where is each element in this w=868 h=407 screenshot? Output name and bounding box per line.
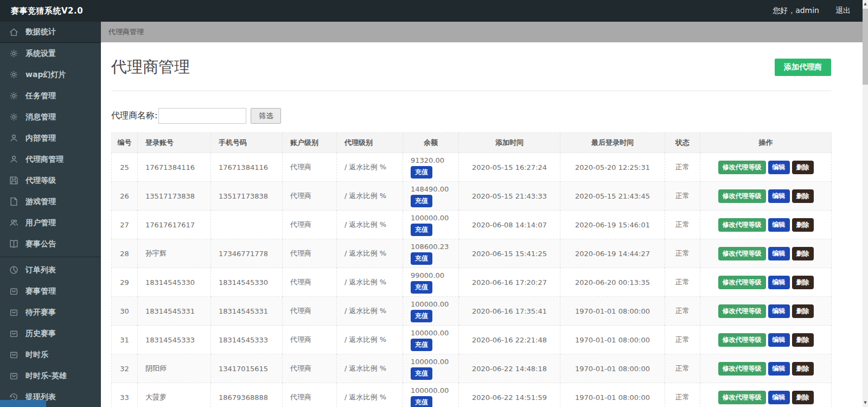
delete-button[interactable]: 删除 bbox=[792, 218, 814, 232]
edit-button[interactable]: 编辑 bbox=[768, 333, 790, 347]
table-row: 301831454533118314545331代理商/ 返水比例 %10000… bbox=[112, 297, 832, 326]
cell-account-level: 代理商 bbox=[283, 182, 337, 211]
cell-balance: 100000.00充值 bbox=[403, 326, 459, 354]
cell-id: 29 bbox=[112, 268, 138, 297]
delete-button[interactable]: 删除 bbox=[792, 362, 814, 376]
cell-phone: 13417015615 bbox=[211, 354, 283, 383]
cell-id: 26 bbox=[112, 182, 138, 211]
sidebar-item-agent-level[interactable]: 代理等级 bbox=[0, 170, 101, 191]
cell-last-login: 2020-05-15 21:43:45 bbox=[560, 182, 665, 211]
sidebar-item-match-announcement[interactable]: 赛事公告 bbox=[0, 233, 101, 255]
cell-account-level: 代理商 bbox=[283, 268, 337, 297]
edit-button[interactable]: 编辑 bbox=[768, 391, 790, 404]
bottom-left-accent bbox=[0, 400, 46, 407]
header-divider bbox=[111, 91, 831, 91]
sidebar-item-match-mgmt[interactable]: 赛事管理 bbox=[0, 281, 101, 302]
delete-button[interactable]: 删除 bbox=[792, 247, 814, 260]
sidebar-item-label: 代理等级 bbox=[25, 176, 56, 186]
sidebar-item-task-mgmt[interactable]: 任务管理 bbox=[0, 85, 101, 106]
delete-button[interactable]: 删除 bbox=[792, 333, 814, 347]
edit-button[interactable]: 编辑 bbox=[768, 304, 790, 318]
bag-icon bbox=[9, 350, 18, 359]
sidebar-item-shishile-hero[interactable]: 时时乐-英雄 bbox=[0, 365, 101, 386]
modify-agent-level-button[interactable]: 修改代理等级 bbox=[718, 391, 766, 404]
edit-button[interactable]: 编辑 bbox=[768, 247, 790, 260]
breadcrumb-label: 代理商管理 bbox=[108, 28, 144, 36]
sidebar-item-system-settings[interactable]: 系统设置 bbox=[0, 43, 101, 64]
sidebar-item-wap-slides[interactable]: wap幻灯片 bbox=[0, 64, 101, 85]
recharge-button[interactable]: 充值 bbox=[411, 339, 432, 351]
column-header: 状态 bbox=[665, 133, 700, 153]
sidebar-item-message-mgmt[interactable]: 消息管理 bbox=[0, 106, 101, 128]
cell-status: 正常 bbox=[665, 354, 700, 383]
scrollbar-up-arrow[interactable]: ▲ bbox=[863, 0, 868, 8]
scrollbar[interactable]: ▲ ▼ bbox=[863, 0, 868, 407]
column-header: 账户级别 bbox=[283, 133, 337, 153]
recharge-button[interactable]: 充值 bbox=[411, 396, 432, 407]
modify-agent-level-button[interactable]: 修改代理等级 bbox=[718, 333, 766, 347]
scrollbar-down-arrow[interactable]: ▼ bbox=[863, 399, 868, 407]
cell-status: 正常 bbox=[665, 268, 700, 297]
recharge-button[interactable]: 充值 bbox=[411, 224, 432, 236]
table-row: 251767138411617671384116代理商/ 返水比例 %91320… bbox=[112, 153, 832, 182]
agent-name-input[interactable] bbox=[158, 108, 246, 124]
edit-button[interactable]: 编辑 bbox=[768, 276, 790, 289]
recharge-button[interactable]: 充值 bbox=[411, 195, 432, 207]
scrollbar-thumb[interactable] bbox=[863, 9, 868, 85]
cell-id: 28 bbox=[112, 239, 138, 268]
balance-value: 100000.00 bbox=[411, 328, 458, 338]
sidebar-item-stats[interactable]: 数据统计 bbox=[0, 22, 101, 43]
edit-button[interactable]: 编辑 bbox=[768, 218, 790, 232]
recharge-button[interactable]: 充值 bbox=[411, 166, 432, 179]
sidebar-item-agent-mgmt[interactable]: 代理商管理 bbox=[0, 149, 101, 170]
modify-agent-level-button[interactable]: 修改代理等级 bbox=[718, 189, 766, 203]
sidebar-item-game-mgmt[interactable]: 游戏管理 bbox=[0, 191, 101, 212]
column-header: 代理级别 bbox=[337, 133, 403, 153]
cell-added-time: 2020-05-15 16:27:24 bbox=[459, 153, 560, 182]
cell-agent-level: / 返水比例 % bbox=[337, 354, 403, 383]
bag-icon bbox=[9, 308, 18, 317]
edit-button[interactable]: 编辑 bbox=[768, 362, 790, 376]
modify-agent-level-button[interactable]: 修改代理等级 bbox=[718, 276, 766, 289]
modify-agent-level-button[interactable]: 修改代理等级 bbox=[718, 362, 766, 376]
recharge-button[interactable]: 充值 bbox=[411, 281, 432, 294]
delete-button[interactable]: 删除 bbox=[792, 304, 814, 318]
add-agent-button[interactable]: 添加代理商 bbox=[775, 59, 831, 76]
sidebar-item-shishile[interactable]: 时时乐 bbox=[0, 344, 101, 365]
filter-button[interactable]: 筛选 bbox=[251, 108, 281, 124]
balance-value: 91320.00 bbox=[411, 156, 458, 165]
delete-button[interactable]: 删除 bbox=[792, 391, 814, 404]
modify-agent-level-button[interactable]: 修改代理等级 bbox=[718, 161, 766, 174]
edit-button[interactable]: 编辑 bbox=[768, 161, 790, 174]
cell-id: 30 bbox=[112, 297, 138, 326]
recharge-button[interactable]: 充值 bbox=[411, 367, 432, 380]
sidebar-item-label: wap幻灯片 bbox=[25, 70, 66, 80]
column-header: 操作 bbox=[700, 133, 832, 153]
delete-button[interactable]: 删除 bbox=[792, 276, 814, 289]
balance-value: 100000.00 bbox=[411, 386, 458, 395]
gear-icon bbox=[9, 70, 18, 79]
filter-row: 代理商名称: 筛选 bbox=[111, 108, 831, 124]
edit-button[interactable]: 编辑 bbox=[768, 189, 790, 203]
modify-agent-level-button[interactable]: 修改代理等级 bbox=[718, 304, 766, 318]
sidebar-item-label: 系统设置 bbox=[25, 49, 56, 59]
recharge-button[interactable]: 充值 bbox=[411, 252, 432, 265]
sidebar-item-history-matches[interactable]: 历史赛事 bbox=[0, 323, 101, 344]
sidebar-item-pending-matches[interactable]: 待开赛事 bbox=[0, 302, 101, 323]
cell-account-level: 代理商 bbox=[283, 239, 337, 268]
modify-agent-level-button[interactable]: 修改代理等级 bbox=[718, 247, 766, 260]
delete-button[interactable]: 删除 bbox=[792, 161, 814, 174]
sidebar-divider bbox=[0, 257, 101, 257]
sidebar-item-internal-mgmt[interactable]: 内部管理 bbox=[0, 128, 101, 149]
sidebar-item-order-list[interactable]: 订单列表 bbox=[0, 259, 101, 281]
cell-added-time: 2020-05-15 21:43:33 bbox=[459, 182, 560, 211]
balance-value: 108600.23 bbox=[411, 242, 458, 251]
delete-button[interactable]: 删除 bbox=[792, 189, 814, 203]
recharge-button[interactable]: 充值 bbox=[411, 310, 432, 322]
sidebar-item-user-mgmt[interactable]: 用户管理 bbox=[0, 212, 101, 233]
logout-link[interactable]: 退出 bbox=[835, 6, 851, 16]
modify-agent-level-button[interactable]: 修改代理等级 bbox=[718, 218, 766, 232]
book-icon bbox=[9, 239, 18, 249]
cell-account-level: 代理商 bbox=[283, 297, 337, 326]
sidebar-item-label: 内部管理 bbox=[25, 133, 56, 143]
